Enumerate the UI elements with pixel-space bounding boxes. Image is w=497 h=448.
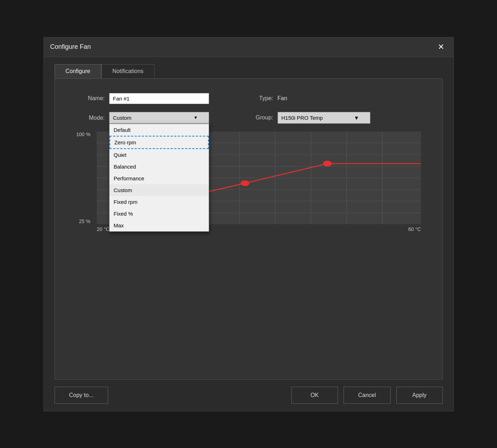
bottom-buttons: Copy to... OK Cancel Apply [44,380,453,411]
x-axis-left: 20 °C [97,226,109,232]
name-input[interactable] [109,93,209,104]
mode-select-container: Custom ▼ Default Zero rpm Quiet Balanced… [109,112,209,124]
group-select[interactable]: H150i PRO Temp ▼ [278,112,370,124]
y-axis: 100 % 25 % [76,132,93,224]
tab-configure[interactable]: Configure [55,64,101,78]
chart-point-2[interactable] [241,180,250,186]
group-label: Group: [245,114,273,121]
mode-label: Mode: [76,112,105,121]
mode-dropdown-arrow: ▼ [194,115,198,120]
tab-content-configure: Name: Type: Fan Mode: Custom ▼ Def [55,78,443,380]
dropdown-item-performance[interactable]: Performance [110,172,209,184]
dropdown-item-max[interactable]: Max [110,220,209,231]
name-label: Name: [76,95,105,102]
dropdown-item-balanced[interactable]: Balanced [110,161,209,172]
type-value: Fan [278,95,288,102]
mode-dropdown-menu: Default Zero rpm Quiet Balanced Performa… [109,124,209,232]
group-dropdown-arrow: ▼ [354,115,359,121]
mode-group-row: Mode: Custom ▼ Default Zero rpm Quiet Ba… [76,112,421,124]
ok-button[interactable]: OK [291,387,338,404]
dropdown-item-fixed-pct[interactable]: Fixed % [110,208,209,220]
y-axis-bottom: 25 % [79,218,90,224]
mode-select[interactable]: Custom ▼ [109,112,209,124]
dropdown-item-quiet[interactable]: Quiet [110,149,209,161]
dialog-title: Configure Fan [50,43,91,51]
x-axis-right: 60 °C [408,226,421,232]
tab-notifications[interactable]: Notifications [101,64,154,78]
cancel-button[interactable]: Cancel [344,387,391,404]
dropdown-item-fixed-rpm[interactable]: Fixed rpm [110,196,209,208]
apply-button[interactable]: Apply [396,387,443,404]
dropdown-item-custom[interactable]: Custom [110,184,209,196]
chart-point-3[interactable] [323,161,332,166]
configure-fan-dialog: Configure Fan ✕ Configure Notifications … [44,37,454,411]
dropdown-item-zero-rpm[interactable]: Zero rpm [110,136,209,149]
tab-bar: Configure Notifications [44,57,453,78]
title-bar: Configure Fan ✕ [44,37,453,57]
copy-to-button[interactable]: Copy to... [55,387,108,404]
name-type-row: Name: Type: Fan [76,93,421,104]
type-label: Type: [245,95,273,102]
dropdown-item-default[interactable]: Default [110,124,209,136]
copy-btn-wrap: Copy to... [55,387,108,404]
y-axis-top: 100 % [76,132,91,137]
close-button[interactable]: ✕ [435,42,447,52]
